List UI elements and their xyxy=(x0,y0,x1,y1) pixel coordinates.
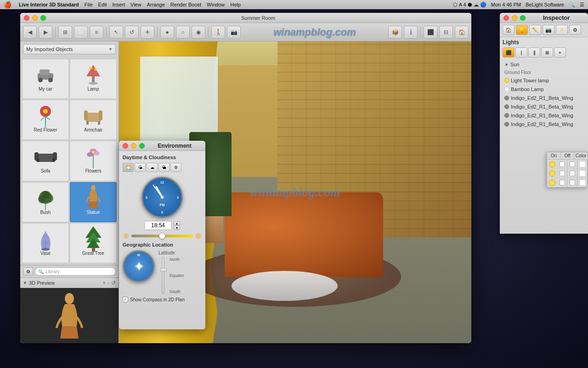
on-checkbox[interactable] xyxy=(557,160,567,168)
menu-file[interactable]: File xyxy=(85,2,93,7)
toolbar-separator-3 xyxy=(157,27,158,38)
room-coffee-table xyxy=(232,271,337,301)
app-name[interactable]: Live Interior 3D Standard xyxy=(19,2,79,7)
light-tool-2[interactable]: | xyxy=(515,47,527,58)
list-item[interactable]: Armchair xyxy=(70,100,117,140)
window-minimize-button[interactable] xyxy=(32,15,38,21)
env-btn-cloudy[interactable]: ☁ xyxy=(147,163,158,172)
show-compass-checkbox[interactable]: ✓ xyxy=(123,297,128,302)
brightness-slider[interactable] xyxy=(131,235,193,237)
refresh-button[interactable]: ↺ xyxy=(111,280,116,286)
list-item[interactable]: Lamp xyxy=(70,59,117,99)
time-down-button[interactable]: ▼ xyxy=(174,226,180,230)
window-maximize-button[interactable] xyxy=(40,15,46,21)
list-item[interactable]: Indigo_Ed2_R1_Beta_Wing xyxy=(503,111,585,120)
off-checkbox[interactable] xyxy=(567,178,577,187)
toolbar-view3d-btn[interactable]: ≡ xyxy=(90,26,103,39)
inspector-tool-sun[interactable]: ☀ xyxy=(556,25,568,35)
inspector-tool-light[interactable]: 💡 xyxy=(516,25,528,35)
inspector-close-button[interactable] xyxy=(503,15,509,21)
svg-point-45 xyxy=(65,293,74,304)
color-swatch[interactable] xyxy=(577,178,588,187)
time-up-button[interactable]: ▲ xyxy=(174,221,180,225)
list-item[interactable]: Bamboo Lamp xyxy=(503,85,585,93)
window-title: Summer Room xyxy=(49,15,468,21)
menu-icon[interactable]: ☰ xyxy=(580,2,584,8)
toolbar-layout2-btn[interactable]: ⊟ xyxy=(439,26,453,39)
latitude-slider[interactable] xyxy=(158,257,168,294)
ground-floor-header: Ground Floor xyxy=(503,69,585,76)
toolbar-cube-btn[interactable]: 📦 xyxy=(388,26,402,39)
toolbar-forward-btn[interactable]: ▶ xyxy=(39,26,52,39)
env-minimize-button[interactable] xyxy=(131,143,136,149)
preview-header[interactable]: ▼ 3D Preview + - ↺ xyxy=(20,278,119,288)
toolbar-camera-btn[interactable]: 📷 xyxy=(227,26,241,39)
toolbar-back-btn[interactable]: ◀ xyxy=(23,26,37,39)
list-item[interactable]: Light Tower lamp xyxy=(503,76,585,85)
toolbar-person-btn[interactable]: 🚶 xyxy=(211,26,225,39)
gear-button[interactable]: ⚙ xyxy=(23,267,33,276)
objects-dropdown[interactable]: My Imported Objects ▼ xyxy=(23,44,116,54)
toolbar-select-btn[interactable]: ↖ xyxy=(109,26,123,39)
inspector-tool-floor[interactable]: 🏠 xyxy=(503,25,514,35)
toolbar-info-btn[interactable]: ℹ xyxy=(404,26,418,39)
list-item[interactable]: ☀ Sun xyxy=(503,60,585,69)
light-tool-5[interactable]: + xyxy=(554,47,566,58)
inspector-tool-settings[interactable]: ⚙ xyxy=(569,25,581,35)
time-input[interactable]: 18:54 xyxy=(144,221,172,230)
env-btn-night[interactable]: ⚙ xyxy=(170,163,181,172)
toolbar-circle-btn[interactable]: ● xyxy=(160,26,174,39)
search-field[interactable]: 🔍 Library xyxy=(35,267,116,276)
inspector-minimize-button[interactable] xyxy=(512,15,517,21)
toolbar-record-btn[interactable]: ○ xyxy=(176,26,190,39)
light-tool-1[interactable]: ⬛ xyxy=(503,47,514,58)
list-item[interactable]: Statue xyxy=(70,182,117,222)
menu-help[interactable]: Help xyxy=(230,2,241,7)
inspector-tool-camera[interactable]: 📷 xyxy=(543,25,554,35)
light-tool-3[interactable]: ‖ xyxy=(528,47,540,58)
off-checkbox[interactable] xyxy=(567,169,577,178)
list-item[interactable]: Indigo_Ed2_R1_Beta_Wing xyxy=(503,120,585,128)
search-icon[interactable]: 🔍 xyxy=(569,2,575,8)
off-checkbox[interactable] xyxy=(567,160,577,168)
zoom-out-button[interactable]: - xyxy=(107,280,109,286)
list-item[interactable]: Flowers xyxy=(70,141,117,181)
list-item[interactable]: Great Tree xyxy=(70,223,117,263)
toolbar-crosshair-btn[interactable]: ✛ xyxy=(141,26,154,39)
menu-insert[interactable]: Insert xyxy=(113,2,125,7)
on-checkbox[interactable] xyxy=(557,178,567,187)
list-item[interactable]: Red Flower xyxy=(22,100,69,140)
list-item[interactable]: Vase xyxy=(22,223,69,263)
menu-render-boost[interactable]: Render Boost xyxy=(170,2,201,7)
color-swatch[interactable] xyxy=(577,169,588,178)
env-btn-sunrise[interactable]: 🌅 xyxy=(123,163,134,172)
env-maximize-button[interactable] xyxy=(139,143,145,149)
env-close-button[interactable] xyxy=(123,143,128,149)
zoom-in-button[interactable]: + xyxy=(102,280,106,286)
list-item[interactable]: Indigo_Ed2_R1_Beta_Wing xyxy=(503,103,585,111)
compass-north-label: N xyxy=(137,253,140,257)
list-item[interactable]: Bush xyxy=(22,182,69,222)
inspector-tool-material[interactable]: ✏️ xyxy=(529,25,541,35)
menu-arrange[interactable]: Arrange xyxy=(147,2,165,7)
toolbar-undo-btn[interactable]: ↺ xyxy=(125,26,139,39)
list-item[interactable]: Sofa xyxy=(22,141,69,181)
toolbar-house-btn[interactable]: 🏠 xyxy=(455,26,469,39)
list-item[interactable]: Indigo_Ed2_R1_Beta_Wing xyxy=(503,94,585,102)
inspector-maximize-button[interactable] xyxy=(520,15,526,21)
menu-window[interactable]: Window xyxy=(207,2,225,7)
apple-menu[interactable]: 🍎 xyxy=(4,1,11,8)
list-item[interactable]: My car xyxy=(22,59,69,99)
toolbar-floorplan-btn[interactable]: ⊞ xyxy=(58,26,72,39)
env-btn-overcast[interactable]: 🌥 xyxy=(158,163,170,172)
menu-edit[interactable]: Edit xyxy=(98,2,107,7)
menu-view[interactable]: View xyxy=(130,2,141,7)
toolbar-view2d-btn[interactable]: ⬜ xyxy=(74,26,88,39)
window-close-button[interactable] xyxy=(24,15,29,21)
on-checkbox[interactable] xyxy=(557,169,567,178)
toolbar-play-btn[interactable]: ◉ xyxy=(192,26,205,39)
light-tool-4[interactable]: ⊞ xyxy=(541,47,553,58)
toolbar-layout1-btn[interactable]: ⬛ xyxy=(424,26,437,39)
color-swatch[interactable] xyxy=(577,160,588,168)
env-btn-day[interactable]: 🌤 xyxy=(135,163,146,172)
